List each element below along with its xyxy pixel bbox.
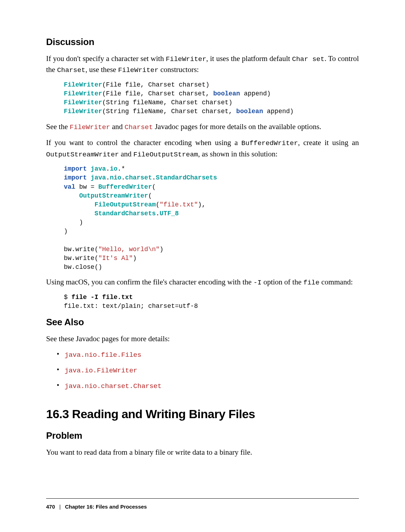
code-output: file.txt: text/plain; charset=utf-8 — [64, 303, 198, 310]
code-token: ) — [160, 246, 163, 253]
inline-code: BufferedWriter — [242, 139, 298, 147]
footer-text: 470 | Chapter 16: Files and Processes — [46, 503, 359, 511]
heading-problem: Problem — [46, 429, 359, 443]
code-token — [64, 192, 79, 199]
code-token: charset — [125, 174, 152, 181]
code-string: "It's Al" — [98, 255, 133, 262]
code-token: io — [110, 165, 118, 172]
code-token: java — [87, 165, 106, 172]
code-keyword: boolean — [213, 90, 240, 97]
code-block-bufferedwriter: import java.io.* import java.nio.charset… — [64, 165, 359, 272]
code-token: bw.write( — [64, 255, 98, 262]
inline-code: FileOutputStream — [133, 151, 198, 159]
code-token: . — [121, 174, 125, 181]
page-number: 470 — [46, 504, 55, 510]
text: command: — [320, 278, 353, 286]
code-token: ( — [152, 183, 156, 190]
chapter-label: Chapter 16: Files and Processes — [65, 504, 147, 510]
code-token: (File file, Charset charset, — [102, 90, 213, 97]
code-token: FileWriter — [64, 90, 102, 97]
text: , use these — [85, 65, 118, 74]
code-token: java — [87, 174, 106, 181]
code-token: ) — [133, 255, 137, 262]
code-keyword: import — [64, 165, 87, 172]
paragraph-discussion-2: See the FileWriter and Charset Javadoc p… — [46, 121, 359, 133]
list-item: java.io.FileWriter — [57, 365, 359, 376]
text: option of the — [261, 278, 303, 286]
code-token: bw = — [75, 183, 98, 190]
link-charset[interactable]: Charset — [124, 123, 153, 131]
code-token: ( — [156, 201, 160, 208]
code-token: nio — [110, 174, 121, 181]
inline-code: -I — [254, 279, 262, 287]
text: If you don't specify a character set wit… — [46, 54, 166, 63]
code-token: ) — [64, 219, 83, 226]
code-block-constructors: FileWriter(File file, Charset charset) F… — [64, 81, 359, 116]
page-footer: 470 | Chapter 16: Files and Processes — [46, 488, 359, 511]
text: See the — [46, 122, 70, 131]
code-keyword: boolean — [236, 108, 263, 115]
text: and — [119, 150, 133, 158]
code-token: (String fileName, Charset charset, — [102, 108, 236, 115]
code-token: OutputStreamWriter — [79, 192, 148, 199]
inline-code: Char set — [292, 55, 324, 63]
text: and — [110, 122, 125, 131]
code-token: . — [152, 174, 156, 181]
heading-discussion: Discussion — [46, 35, 359, 49]
code-token: FileWriter — [64, 81, 102, 88]
list-item: java.nio.charset.Charset — [57, 380, 359, 392]
text: , it uses the platform default — [206, 54, 292, 63]
code-token: StandardCharsets — [156, 174, 217, 181]
inline-code: OutputStreamWriter — [46, 151, 119, 159]
text: If you want to control the character enc… — [46, 138, 242, 147]
code-token — [64, 210, 94, 217]
code-keyword: import — [64, 174, 87, 181]
code-token: bw.close() — [64, 264, 102, 271]
code-token: . — [106, 165, 110, 172]
text: , as shown in this solution: — [198, 150, 278, 158]
code-token — [64, 201, 94, 208]
text: , create it using an — [298, 138, 359, 147]
code-prompt: $ — [64, 294, 72, 301]
heading-see-also: See Also — [46, 316, 359, 329]
paragraph-discussion-4: Using macOS, you can confirm the file's … — [46, 277, 359, 288]
code-token: bw.write( — [64, 246, 98, 253]
see-also-list: java.nio.file.Files java.io.FileWriter j… — [57, 349, 359, 391]
code-token: append) — [263, 108, 294, 115]
code-token: .* — [117, 165, 125, 172]
code-block-terminal: $ file -I file.txt file.txt: text/plain;… — [64, 293, 359, 311]
link-filewriter[interactable]: FileWriter — [70, 123, 110, 131]
code-token: (String fileName, Charset charset) — [102, 99, 232, 106]
code-token: . — [156, 210, 160, 217]
code-token: StandardCharsets — [94, 210, 156, 217]
code-token: BufferedWriter — [98, 183, 152, 190]
heading-recipe-16-3: 16.3 Reading and Writing Binary Files — [46, 405, 359, 423]
code-token: ), — [198, 201, 206, 208]
inline-code: FileWriter — [118, 66, 159, 74]
inline-code: FileWriter — [166, 55, 206, 63]
link-nio-files[interactable]: java.nio.file.Files — [65, 351, 142, 359]
paragraph-discussion-3: If you want to control the character enc… — [46, 137, 359, 160]
text: Javadoc pages for more details on the av… — [153, 122, 321, 131]
inline-code: Charset — [57, 66, 85, 74]
code-token: FileWriter — [64, 99, 102, 106]
code-token: append) — [240, 90, 271, 97]
footer-separator: | — [59, 504, 61, 510]
code-token: FileWriter — [64, 108, 102, 115]
inline-code: file — [303, 279, 320, 287]
paragraph-problem: You want to read data from a binary file… — [46, 447, 359, 458]
link-nio-charset[interactable]: java.nio.charset.Charset — [65, 382, 162, 390]
list-item: java.nio.file.Files — [57, 349, 359, 360]
footer-rule — [46, 498, 359, 499]
code-token: . — [106, 174, 110, 181]
code-string: "file.txt" — [160, 201, 198, 208]
paragraph-discussion-1: If you don't specify a character set wit… — [46, 53, 359, 76]
text: Using macOS, you can confirm the file's … — [46, 278, 254, 286]
link-io-filewriter[interactable]: java.io.FileWriter — [65, 367, 137, 375]
code-token: FileOutputStream — [94, 201, 156, 208]
code-keyword: val — [64, 183, 75, 190]
paragraph-see-also: See these Javadoc pages for more details… — [46, 333, 359, 344]
text: constructors: — [159, 65, 199, 74]
code-token: ) — [64, 228, 68, 235]
code-token: UTF_8 — [160, 210, 179, 217]
